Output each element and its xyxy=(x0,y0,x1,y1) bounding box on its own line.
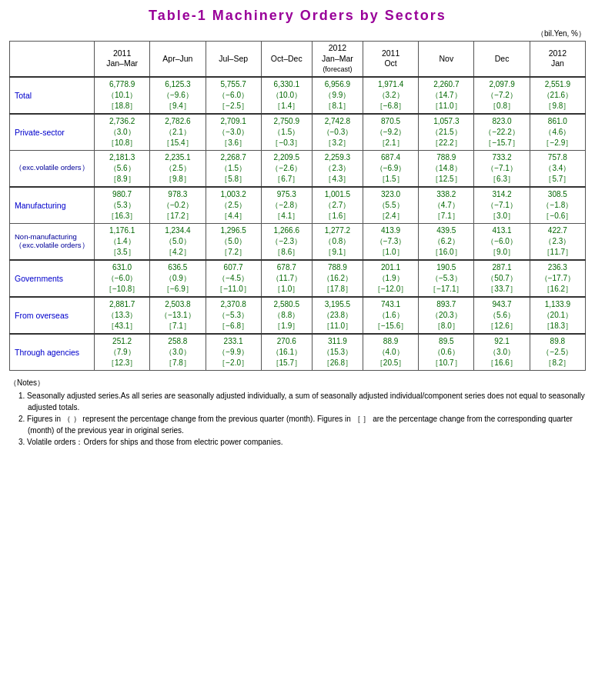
data-cell: 757.8 （3.4） ［5.7］ xyxy=(530,150,585,187)
data-cell: 1,001.5 （2.7） ［1.6］ xyxy=(312,187,363,224)
data-cell: 943.7 （5.6） ［12.6］ xyxy=(474,297,530,334)
data-cell: 413.9 （−7.3） ［1.0］ xyxy=(363,223,418,260)
header-oct-dec: Oct–Dec xyxy=(261,42,312,77)
data-cell: 1,277.2 （0.8） ［9.1］ xyxy=(312,223,363,260)
data-cell: 2,782.6 （2.1） ［15.4］ xyxy=(150,114,206,151)
data-cell: 1,971.4 （3.2） ［−6.8］ xyxy=(363,77,418,114)
data-cell: 2,259.3 （2.3） ［4.3］ xyxy=(312,150,363,187)
data-cell: 6,956.9 （9.9） ［8.1］ xyxy=(312,77,363,114)
data-cell: 975.3 （−2.8） ［4.1］ xyxy=(261,187,312,224)
data-cell: 3,195.5 （23.8） ［11.0］ xyxy=(312,297,363,334)
header-jul-sep: Jul–Sep xyxy=(206,42,261,77)
data-cell: 258.8 （3.0） ［7.8］ xyxy=(150,334,206,371)
data-cell: 287.1 （50.7） ［33.7］ xyxy=(474,260,530,297)
table-row: Governments631.0 （−6.0） ［−10.8］636.5 （0.… xyxy=(10,260,586,297)
data-cell: 89.8 （−2.5） ［8.2］ xyxy=(530,334,585,371)
data-cell: 980.7 （5.3） ［16.3］ xyxy=(95,187,150,224)
data-cell: 5,755.7 （−6.0） ［−2.5］ xyxy=(206,77,261,114)
data-cell: 870.5 （−9.2） ［2.1］ xyxy=(363,114,418,151)
data-cell: 733.2 （−7.1） ［6.3］ xyxy=(474,150,530,187)
data-cell: 2,580.5 （8.8） ［1.9］ xyxy=(261,297,312,334)
data-cell: 2,551.9 （21.6） ［9.8］ xyxy=(530,77,585,114)
data-cell: 1,296.5 （5.0） ［7.2］ xyxy=(206,223,261,260)
row-label: （exc.volatile orders） xyxy=(10,150,95,187)
data-cell: 823.0 （−22.2） ［−15.7］ xyxy=(474,114,530,151)
data-cell: 422.7 （2.3） ［11.7］ xyxy=(530,223,585,260)
data-cell: 439.5 （6.2） ［16.0］ xyxy=(419,223,474,260)
notes-title: （Notes） xyxy=(9,377,586,388)
data-cell: 893.7 （20.3） ［8.0］ xyxy=(419,297,474,334)
header-2011-oct: 2011Oct xyxy=(363,42,418,77)
data-cell: 311.9 （15.3） ［26.8］ xyxy=(312,334,363,371)
data-cell: 1,003.2 （2.5） ［4.4］ xyxy=(206,187,261,224)
data-cell: 2,742.8 （−0.3） ［3.2］ xyxy=(312,114,363,151)
data-cell: 201.1 （1.9） ［−12.0］ xyxy=(363,260,418,297)
row-label: Private-sector xyxy=(10,114,95,151)
data-cell: 1,057.3 （21.5） ［22.2］ xyxy=(419,114,474,151)
table-row: （exc.volatile orders）2,181.3 （5.6） ［8.9］… xyxy=(10,150,586,187)
data-cell: 413.1 （−6.0） ［9.0］ xyxy=(474,223,530,260)
data-cell: 1,176.1 （1.4） ［3.5］ xyxy=(95,223,150,260)
table-row: From overseas2,881.7 （13.3） ［43.1］2,503.… xyxy=(10,297,586,334)
data-cell: 190.5 （−5.3） ［−17.1］ xyxy=(419,260,474,297)
data-cell: 2,097.9 （−7.2） ［0.8］ xyxy=(474,77,530,114)
data-cell: 636.5 （0.9） ［−6.9］ xyxy=(150,260,206,297)
data-cell: 323.0 （5.5） ［2.4］ xyxy=(363,187,418,224)
table-row: Total6,778.9 （10.1） ［18.8］6,125.3 （−9.6）… xyxy=(10,77,586,114)
row-label: Manufacturing xyxy=(10,187,95,224)
data-cell: 270.6 （16.1） ［15.7］ xyxy=(261,334,312,371)
header-nov: Nov xyxy=(419,42,474,77)
data-cell: 2,881.7 （13.3） ［43.1］ xyxy=(95,297,150,334)
data-cell: 607.7 （−4.5） ［−11.0］ xyxy=(206,260,261,297)
header-label-col xyxy=(10,42,95,77)
data-cell: 6,125.3 （−9.6） ［9.4］ xyxy=(150,77,206,114)
data-cell: 1,234.4 （5.0） ［4.2］ xyxy=(150,223,206,260)
data-cell: 251.2 （7.9） ［12.3］ xyxy=(95,334,150,371)
data-cell: 978.3 （−0.2） ［17.2］ xyxy=(150,187,206,224)
data-cell: 2,181.3 （5.6） ［8.9］ xyxy=(95,150,150,187)
data-cell: 2,503.8 （−13.1） ［7.1］ xyxy=(150,297,206,334)
data-cell: 687.4 （−6.9） ［1.5］ xyxy=(363,150,418,187)
table-row: Through agencies251.2 （7.9） ［12.3］258.8 … xyxy=(10,334,586,371)
page-title: Table-1 Machinery Orders by Sectors xyxy=(9,8,586,24)
data-cell: 2,209.5 （−2.6） ［6.7］ xyxy=(261,150,312,187)
row-label: Through agencies xyxy=(10,334,95,371)
data-cell: 2,260.7 （14.7） ［11.0］ xyxy=(419,77,474,114)
data-cell: 308.5 （−1.8） ［−0.6］ xyxy=(530,187,585,224)
table-row: Private-sector2,736.2 （3.0） ［10.8］2,782.… xyxy=(10,114,586,151)
data-cell: 338.2 （4.7） ［7.1］ xyxy=(419,187,474,224)
data-cell: 1,266.6 （−2.3） ［8.6］ xyxy=(261,223,312,260)
data-cell: 2,709.1 （−3.0） ［3.6］ xyxy=(206,114,261,151)
header-2012-jan-mar: 2012Jan–Mar(forecast) xyxy=(312,42,363,77)
table-row: Manufacturing980.7 （5.3） ［16.3］978.3 （−0… xyxy=(10,187,586,224)
data-cell: 678.7 （11.7） ［1.0］ xyxy=(261,260,312,297)
main-table: 2011Jan–Mar Apr–Jun Jul–Sep Oct–Dec 2012… xyxy=(9,41,586,371)
data-cell: 89.5 （0.6） ［10.7］ xyxy=(419,334,474,371)
data-cell: 2,750.9 （1.5） ［−0.3］ xyxy=(261,114,312,151)
header-2011-jan-mar: 2011Jan–Mar xyxy=(95,42,150,77)
table-row: Non-manufacturing（exc.volatile orders）1,… xyxy=(10,223,586,260)
data-cell: 1,133.9 （20.1） ［18.3］ xyxy=(530,297,585,334)
data-cell: 631.0 （−6.0） ［−10.8］ xyxy=(95,260,150,297)
row-label: Total xyxy=(10,77,95,114)
row-label: Governments xyxy=(10,260,95,297)
data-cell: 743.1 （1.6） ［−15.6］ xyxy=(363,297,418,334)
row-label: Non-manufacturing（exc.volatile orders） xyxy=(10,223,95,260)
row-label: From overseas xyxy=(10,297,95,334)
table-header-row: 2011Jan–Mar Apr–Jun Jul–Sep Oct–Dec 2012… xyxy=(10,42,586,77)
data-cell: 314.2 （−7.1） ［3.0］ xyxy=(474,187,530,224)
header-apr-jun: Apr–Jun xyxy=(150,42,206,77)
data-cell: 788.9 （16.2） ［17.8］ xyxy=(312,260,363,297)
unit-note: （bil.Yen, %） xyxy=(9,28,586,39)
header-dec: Dec xyxy=(474,42,530,77)
note-item: 2. Figures in （ ） represent the percenta… xyxy=(18,413,586,436)
data-cell: 2,268.7 （1.5） ［5.8］ xyxy=(206,150,261,187)
data-cell: 236.3 （−17.7） ［16.2］ xyxy=(530,260,585,297)
data-cell: 233.1 （−9.9） ［−2.0］ xyxy=(206,334,261,371)
data-cell: 2,736.2 （3.0） ［10.8］ xyxy=(95,114,150,151)
note-item: 1. Seasonally adjusted series.As all ser… xyxy=(18,390,586,413)
data-cell: 2,235.1 （2.5） ［9.8］ xyxy=(150,150,206,187)
data-cell: 92.1 （3.0） ［16.6］ xyxy=(474,334,530,371)
data-cell: 6,778.9 （10.1） ［18.8］ xyxy=(95,77,150,114)
data-cell: 861.0 （4.6） ［−2.9］ xyxy=(530,114,585,151)
